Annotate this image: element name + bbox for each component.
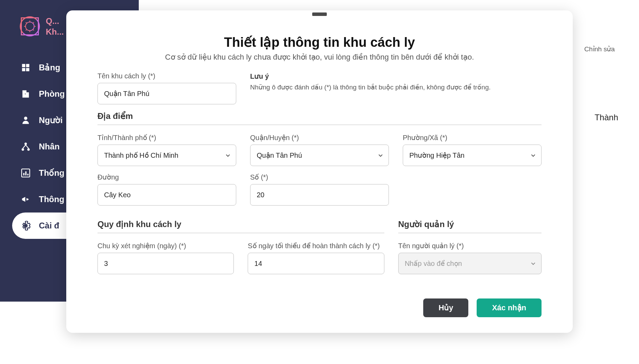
manager-select[interactable]: Nhấp vào để chọn	[398, 253, 542, 274]
district-select[interactable]: Quận Tân Phú	[250, 145, 389, 166]
modal-drag-handle[interactable]	[312, 12, 327, 16]
min-days-label: Số ngày tối thiểu để hoàn thành cách ly …	[248, 242, 384, 250]
street-label: Đường	[97, 173, 236, 181]
confirm-button[interactable]: Xác nhận	[477, 298, 542, 317]
modal-actions: Hủy Xác nhận	[97, 298, 542, 317]
province-label: Tỉnh/Thành phố (*)	[97, 133, 236, 142]
min-days-input[interactable]	[248, 253, 384, 274]
ward-label: Phường/Xã (*)	[403, 133, 542, 142]
setup-modal: Thiết lập thông tin khu cách ly Cơ sở dữ…	[66, 10, 573, 333]
rules-header: Quy định khu cách ly	[97, 219, 384, 233]
manager-header: Người quản lý	[398, 219, 542, 233]
modal-overlay: Thiết lập thông tin khu cách ly Cơ sở dữ…	[0, 0, 639, 364]
location-header: Địa điểm	[97, 111, 542, 125]
name-input[interactable]	[97, 83, 236, 104]
ward-select[interactable]: Phường Hiệp Tân	[403, 145, 542, 166]
province-select[interactable]: Thành phố Hồ Chí Minh	[97, 145, 236, 166]
modal-subtitle: Cơ sở dữ liệu khu cách ly chưa được khởi…	[97, 53, 542, 62]
district-label: Quận/Huyện (*)	[250, 133, 389, 142]
test-cycle-label: Chu kỳ xét nghiệm (ngày) (*)	[97, 242, 234, 250]
number-label: Số (*)	[250, 173, 389, 181]
cancel-button[interactable]: Hủy	[423, 298, 468, 317]
modal-title: Thiết lập thông tin khu cách ly	[97, 35, 542, 50]
note-heading: Lưu ý	[250, 72, 542, 80]
test-cycle-input[interactable]	[97, 253, 234, 274]
note-text: Những ô được đánh dấu (*) là thông tin b…	[250, 83, 542, 93]
street-input[interactable]	[97, 184, 236, 206]
number-input[interactable]	[250, 184, 389, 206]
manager-label: Tên người quản lý (*)	[398, 242, 542, 250]
name-label: Tên khu cách ly (*)	[97, 72, 236, 80]
